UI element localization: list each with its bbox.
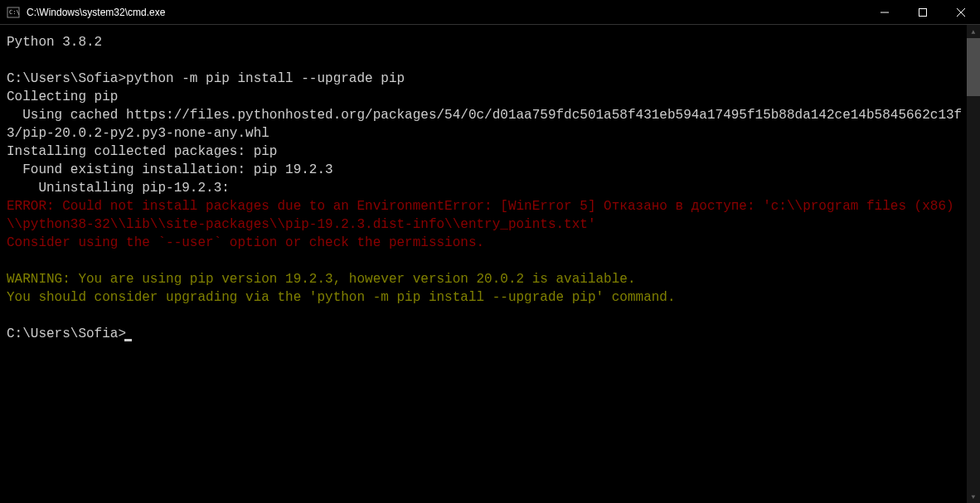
maximize-button[interactable]	[904, 0, 942, 24]
terminal-line: C:\Users\Sofia>python -m pip install --u…	[7, 70, 963, 88]
cursor	[124, 339, 132, 341]
window-controls	[866, 0, 980, 24]
terminal-line: Consider using the `--user` option or ch…	[7, 234, 963, 252]
cmd-window: C:\ C:\Windows\system32\cmd.exe Python 3…	[0, 0, 980, 503]
terminal-line: Found existing installation: pip 19.2.3	[7, 161, 963, 179]
close-button[interactable]	[942, 0, 980, 24]
window-title: C:\Windows\system32\cmd.exe	[27, 7, 866, 18]
terminal-line: Installing collected packages: pip	[7, 143, 963, 161]
minimize-button[interactable]	[866, 0, 904, 24]
svg-rect-3	[919, 8, 927, 16]
terminal-line: Python 3.8.2	[7, 33, 963, 51]
terminal-line: You should consider upgrading via the 'p…	[7, 288, 963, 307]
scrollbar[interactable]: ▲ ▼	[967, 25, 980, 503]
terminal-line	[7, 252, 963, 270]
cmd-icon: C:\	[7, 6, 20, 19]
scroll-up-icon[interactable]: ▲	[967, 25, 980, 38]
scroll-thumb[interactable]	[967, 38, 980, 96]
terminal-line: WARNING: You are using pip version 19.2.…	[7, 270, 963, 288]
terminal-line: Uninstalling pip-19.2.3:	[7, 179, 963, 197]
terminal-line	[7, 51, 963, 70]
terminal-line: Collecting pip	[7, 88, 963, 106]
terminal-line: ERROR: Could not install packages due to…	[7, 197, 963, 234]
terminal-body[interactable]: Python 3.8.2 C:\Users\Sofia>python -m pi…	[0, 25, 980, 503]
scroll-down-icon[interactable]: ▼	[967, 490, 980, 503]
terminal-line: Using cached https://files.pythonhosted.…	[7, 106, 963, 143]
titlebar[interactable]: C:\ C:\Windows\system32\cmd.exe	[0, 0, 980, 25]
terminal-output: Python 3.8.2 C:\Users\Sofia>python -m pi…	[7, 33, 980, 343]
terminal-line	[7, 307, 963, 325]
terminal-prompt[interactable]: C:\Users\Sofia>	[7, 325, 963, 343]
svg-text:C:\: C:\	[9, 9, 20, 16]
